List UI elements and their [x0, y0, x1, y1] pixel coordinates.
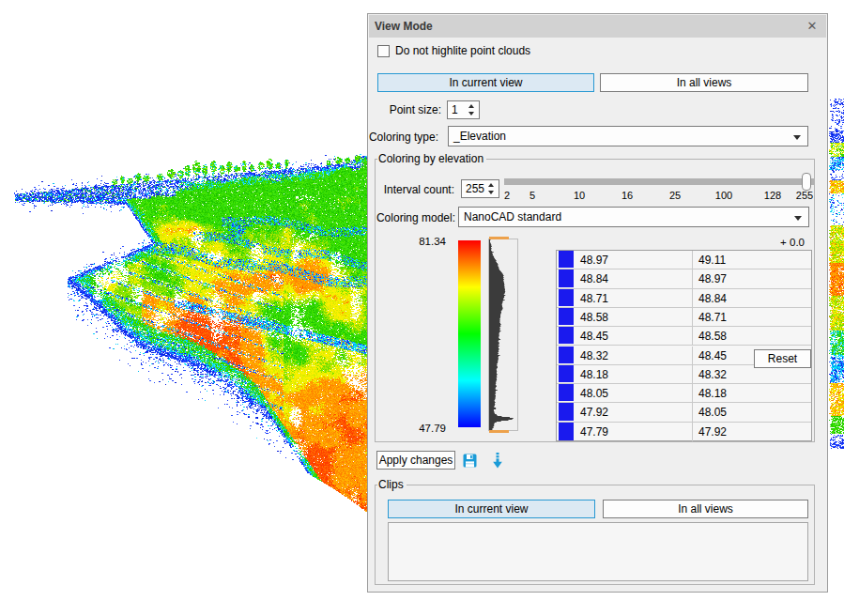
- slider-tick-label: 10: [574, 191, 585, 201]
- reset-button[interactable]: Reset: [754, 349, 811, 368]
- spin-down-icon[interactable]: [468, 112, 474, 116]
- interval-slider-handle[interactable]: [802, 173, 811, 191]
- save-icon[interactable]: [463, 454, 477, 468]
- interval-table-row[interactable]: 48.9749.11: [557, 251, 811, 270]
- clips-in-current-view-button[interactable]: In current view: [388, 500, 595, 518]
- interval-count-label: Interval count:: [376, 183, 454, 196]
- coloring-type-combobox[interactable]: _Elevation: [448, 126, 808, 146]
- interval-color-swatch: [559, 289, 574, 306]
- scale-offset-label: + 0.0: [780, 237, 805, 248]
- slider-tick-label: 255: [796, 191, 813, 201]
- import-arrow-icon[interactable]: [492, 453, 503, 469]
- view-mode-dialog: View Mode ✕ Do not highlite point clouds…: [367, 13, 828, 593]
- interval-from-value: 48.84: [580, 270, 608, 288]
- interval-to-value: 49.11: [692, 251, 811, 269]
- in-current-view-button[interactable]: In current view: [377, 73, 594, 92]
- dropdown-arrow-icon[interactable]: [794, 216, 802, 221]
- interval-color-swatch: [559, 403, 574, 420]
- interval-table-row[interactable]: 48.5848.71: [557, 308, 811, 327]
- close-icon[interactable]: ✕: [805, 19, 820, 34]
- coloring-model-combobox[interactable]: NanoCAD standard: [458, 207, 809, 227]
- interval-table-row[interactable]: 48.0548.18: [557, 384, 811, 403]
- interval-from-value: 48.71: [580, 289, 608, 308]
- interval-table: 48.9749.1148.8448.9748.7148.8448.5848.71…: [556, 250, 812, 441]
- coloring-by-elevation-group: Coloring by elevation Interval count: 25…: [375, 159, 815, 442]
- histogram-canvas: [489, 239, 517, 430]
- interval-color-swatch: [559, 308, 574, 325]
- slider-tick-label: 2: [504, 191, 510, 201]
- interval-from-value: 47.79: [580, 423, 608, 441]
- interval-table-row[interactable]: 47.7947.92: [557, 423, 811, 441]
- slider-tick-label: 128: [764, 191, 781, 201]
- interval-color-swatch: [559, 251, 574, 268]
- interval-count-spinner[interactable]: 255: [461, 179, 499, 198]
- slider-tick-label: 25: [669, 191, 681, 201]
- interval-to-value: 48.84: [692, 289, 811, 307]
- interval-count-value: 255: [466, 180, 484, 197]
- range-top-bracket[interactable]: [489, 237, 509, 239]
- interval-table-row[interactable]: 48.8448.97: [557, 270, 811, 288]
- histogram-panel: [488, 239, 518, 431]
- clips-group-title: Clips: [377, 478, 407, 491]
- interval-table-row[interactable]: 48.7148.84: [557, 289, 811, 308]
- clips-in-all-views-button[interactable]: In all views: [603, 500, 808, 518]
- in-all-views-button[interactable]: In all views: [600, 73, 808, 92]
- coloring-type-value: _Elevation: [453, 127, 506, 146]
- spin-down-icon[interactable]: [488, 191, 494, 194]
- coloring-model-label: Coloring model:: [376, 211, 455, 224]
- interval-color-swatch: [559, 423, 574, 440]
- interval-table-row[interactable]: 47.9248.05: [557, 403, 811, 422]
- point-size-spinner[interactable]: 1: [447, 100, 480, 119]
- apply-changes-button[interactable]: Apply changes: [376, 451, 455, 470]
- interval-from-value: 47.92: [580, 403, 608, 422]
- interval-to-value: 48.97: [692, 270, 811, 287]
- coloring-model-value: NanoCAD standard: [464, 208, 561, 226]
- interval-to-value: 48.71: [692, 308, 811, 326]
- interval-from-value: 48.97: [580, 251, 608, 270]
- interval-to-value: 47.92: [692, 423, 811, 441]
- interval-color-swatch: [559, 270, 574, 286]
- interval-from-value: 48.32: [580, 346, 608, 365]
- clips-group: Clips In current view In all views: [375, 485, 815, 585]
- scale-max-label: 81.34: [376, 236, 446, 247]
- interval-color-swatch: [559, 346, 574, 363]
- clips-list[interactable]: [388, 522, 808, 581]
- slider-tick-label: 16: [621, 191, 633, 201]
- dialog-title: View Mode: [375, 15, 433, 38]
- interval-color-swatch: [559, 384, 574, 401]
- dropdown-arrow-icon[interactable]: [793, 135, 801, 140]
- spin-up-icon[interactable]: [488, 183, 494, 187]
- point-size-label: Point size:: [368, 103, 441, 116]
- interval-color-swatch: [559, 327, 574, 344]
- interval-to-value: 48.05: [692, 403, 811, 421]
- slider-tick-label: 5: [529, 191, 535, 201]
- interval-to-value: 48.58: [692, 327, 811, 345]
- interval-table-row[interactable]: 48.4548.58: [557, 327, 811, 346]
- slider-tick-label: 100: [715, 191, 732, 201]
- interval-from-value: 48.05: [580, 384, 608, 403]
- spin-up-icon[interactable]: [468, 104, 474, 108]
- point-size-value: 1: [452, 101, 458, 118]
- interval-color-swatch: [559, 365, 574, 382]
- coloring-by-elevation-title: Coloring by elevation: [377, 152, 486, 165]
- interval-slider-track[interactable]: [504, 178, 814, 185]
- interval-from-value: 48.18: [580, 365, 608, 384]
- interval-from-value: 48.45: [580, 327, 608, 346]
- interval-to-value: 48.18: [692, 384, 811, 402]
- scale-min-label: 47.79: [376, 423, 446, 434]
- dialog-titlebar[interactable]: View Mode ✕: [369, 15, 826, 38]
- highlight-checkbox-label: Do not highlite point clouds: [395, 45, 530, 57]
- interval-from-value: 48.58: [580, 308, 608, 327]
- coloring-type-label: Coloring type:: [368, 131, 438, 144]
- range-bottom-bracket[interactable]: [489, 430, 509, 433]
- elevation-gradient-bar: [458, 240, 481, 427]
- highlight-checkbox[interactable]: [377, 45, 390, 57]
